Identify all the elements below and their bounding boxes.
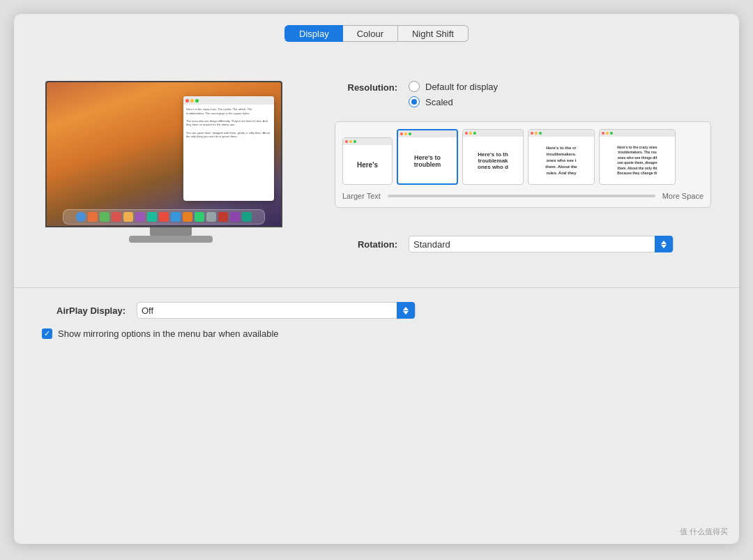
- rotation-label: Rotation:: [335, 239, 397, 250]
- airplay-arrow-up-icon: [403, 307, 409, 310]
- thumb-titlebar-2: [398, 130, 457, 137]
- slider-label-right: More Space: [662, 192, 703, 200]
- rotation-dropdown[interactable]: Standard: [409, 236, 674, 252]
- thumb-dot-red-4: [531, 132, 533, 135]
- scale-thumb-image-4: Here's to the crtroublemakers.ones who s…: [528, 129, 595, 185]
- radio-default-label: Default for display: [425, 82, 498, 92]
- thumb-body-3: Here's to thtroublemakones who d: [463, 137, 523, 184]
- thumb-dot-red-5: [602, 132, 604, 135]
- rotation-row: Rotation: Standard: [335, 236, 711, 252]
- desktop-background: Here's to the crazy ones. The misfits. T…: [47, 82, 281, 226]
- thumb-titlebar-1: [343, 138, 392, 145]
- dock-icon-3: [100, 212, 109, 222]
- airplay-label: AirPlay Display:: [42, 305, 126, 316]
- scale-thumb-5[interactable]: Here's to the crazy onestroublemakers. T…: [599, 129, 676, 185]
- dock-icon-9: [171, 212, 181, 222]
- thumb-titlebar-3: [463, 130, 523, 137]
- thumb-body-2: Here's totroublem: [398, 137, 457, 185]
- tab-night-shift[interactable]: Night Shift: [398, 25, 469, 42]
- radio-circle-scaled: [409, 96, 420, 107]
- thumb-body-4: Here's to the crtroublemakers.ones who s…: [528, 137, 594, 184]
- dock-icon-11: [195, 212, 204, 222]
- main-window: Display Colour Night Shift: [14, 14, 739, 544]
- thumb-dot-red-1: [345, 140, 348, 143]
- monitor-stand-top: [150, 227, 192, 236]
- airplay-value: Off: [142, 305, 153, 316]
- radio-scaled-label: Scaled: [425, 97, 453, 107]
- radio-circle-default: [409, 81, 420, 92]
- dock-icon-7: [147, 212, 157, 222]
- desktop-window: Here's to the crazy ones. The misfits. T…: [183, 96, 274, 201]
- resolution-row: Resolution: Default for display Scaled: [335, 81, 711, 107]
- airplay-arrow-down-icon: [403, 311, 409, 315]
- scale-slider[interactable]: [388, 195, 655, 197]
- dock-icon-15: [242, 212, 252, 222]
- thumb-titlebar-4: [528, 130, 594, 137]
- scale-thumbnails: Here's Here's totroublem: [342, 129, 703, 185]
- scale-thumb-image-1: Here's: [342, 137, 393, 185]
- thumb-dot-yellow-3: [469, 132, 472, 135]
- thumb-dot-green-5: [610, 132, 613, 135]
- desktop-dock: [63, 209, 265, 225]
- dock-icon-10: [183, 212, 192, 222]
- dock-icon-12: [206, 212, 216, 222]
- tab-bar: Display Colour Night Shift: [14, 14, 739, 53]
- resolution-label: Resolution:: [335, 81, 397, 93]
- main-content: Here's to the crazy ones. The misfits. T…: [14, 53, 739, 266]
- rotation-arrows: [655, 236, 673, 252]
- scale-thumb-image-5: Here's to the crazy onestroublemakers. T…: [599, 129, 676, 185]
- thumb-dot-green-2: [409, 133, 411, 135]
- thumb-body-1: Here's: [343, 145, 392, 184]
- scale-thumb-3[interactable]: Here's to thtroublemakones who d: [462, 129, 524, 185]
- dock-icon-4: [112, 212, 121, 222]
- mini-titlebar: [183, 96, 274, 105]
- thumb-dot-red-3: [465, 132, 468, 135]
- checkbox-row: ✓ Show mirroring options in the menu bar…: [42, 328, 711, 339]
- radio-scaled[interactable]: Scaled: [409, 96, 498, 107]
- scale-container: Here's Here's totroublem: [335, 121, 711, 208]
- mini-content: Here's to the crazy ones. The misfits. T…: [183, 105, 274, 142]
- thumb-dot-green-1: [353, 140, 356, 143]
- scale-thumb-1[interactable]: Here's: [342, 137, 393, 185]
- arrow-up-icon: [661, 241, 667, 244]
- resolution-options: Default for display Scaled: [409, 81, 498, 107]
- monitor-section: Here's to the crazy ones. The misfits. T…: [42, 67, 300, 252]
- mirroring-checkbox[interactable]: ✓: [42, 328, 52, 339]
- checkbox-check-icon: ✓: [44, 330, 50, 338]
- thumb-dot-green-3: [473, 132, 476, 135]
- minimize-dot: [190, 99, 194, 103]
- thumb-dot-yellow-5: [606, 132, 609, 135]
- dock-icon-6: [135, 212, 145, 222]
- dock-icon-8: [159, 212, 169, 222]
- thumb-titlebar-5: [600, 130, 675, 137]
- monitor-stand-base: [129, 236, 213, 243]
- dock-icon-2: [88, 212, 98, 222]
- controls-section: Resolution: Default for display Scaled: [335, 67, 711, 252]
- scale-thumb-image-2: Here's totroublem: [397, 129, 458, 185]
- scale-thumb-4[interactable]: Here's to the crtroublemakers.ones who s…: [528, 129, 595, 185]
- scale-thumb-image-3: Here's to thtroublemakones who d: [462, 129, 524, 185]
- monitor-preview: Here's to the crazy ones. The misfits. T…: [45, 81, 296, 241]
- rotation-value: Standard: [413, 239, 450, 250]
- maximize-dot: [195, 99, 199, 103]
- thumb-dot-yellow-4: [535, 132, 538, 135]
- bottom-section: AirPlay Display: Off ✓ Show mirroring op…: [14, 287, 739, 353]
- tab-display[interactable]: Display: [284, 25, 343, 42]
- dock-icon-1: [76, 212, 86, 222]
- watermark: 值 什么值得买: [680, 527, 728, 537]
- radio-default[interactable]: Default for display: [409, 81, 498, 92]
- airplay-arrows: [397, 302, 415, 319]
- scale-slider-row: Larger Text More Space: [342, 192, 703, 200]
- thumb-body-5: Here's to the crazy onestroublemakers. T…: [600, 137, 675, 184]
- close-dot: [185, 99, 189, 103]
- airplay-dropdown[interactable]: Off: [137, 302, 416, 319]
- tab-colour[interactable]: Colour: [343, 25, 398, 42]
- dock-icon-14: [230, 212, 240, 222]
- thumb-dot-red-2: [400, 133, 403, 135]
- monitor-screen: Here's to the crazy ones. The misfits. T…: [45, 81, 282, 227]
- thumb-dot-green-4: [539, 132, 542, 135]
- thumb-dot-yellow-2: [404, 133, 407, 135]
- arrow-down-icon: [661, 245, 667, 248]
- scale-thumb-2[interactable]: Here's totroublem: [397, 129, 458, 185]
- slider-label-left: Larger Text: [342, 192, 381, 200]
